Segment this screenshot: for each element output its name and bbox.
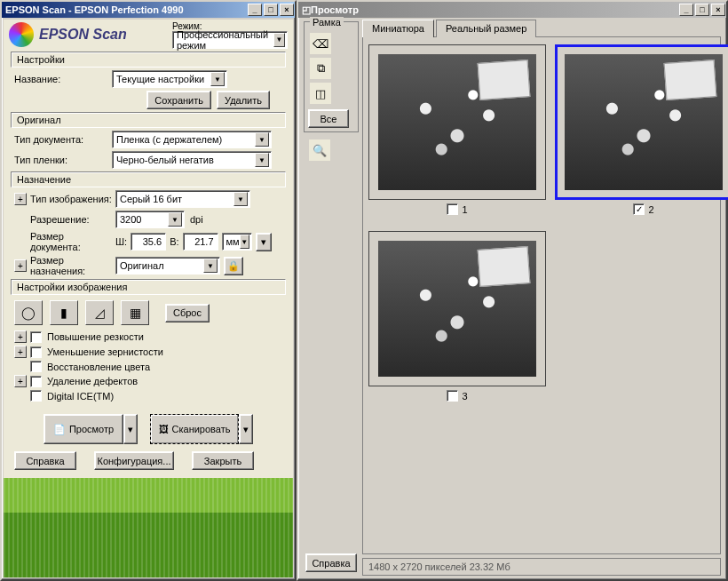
preview-title: Просмотр (311, 4, 359, 15)
doctype-select[interactable]: Пленка (с держателем)▼ (112, 131, 272, 148)
lock-ratio-button[interactable]: 🔒 (224, 257, 243, 275)
preview-dropdown-button[interactable]: ▾ (123, 414, 138, 444)
preview-help-button[interactable]: Справка (305, 553, 357, 572)
thumbnail-3[interactable]: 3 (368, 231, 546, 409)
thumbnail-2-checkbox[interactable]: ✓ (633, 203, 645, 215)
sharpen-label: Повышение резкости (47, 331, 144, 342)
expand-targetsize-button[interactable]: + (14, 259, 27, 272)
thumbnail-1[interactable]: 1 (368, 44, 546, 222)
image-settings-group: Настройки изображения (11, 279, 286, 295)
desktop-background (4, 478, 293, 577)
mode-select[interactable]: Профессиональный режим▼ (172, 31, 288, 49)
color-restore-checkbox[interactable] (30, 361, 42, 372)
thumbnail-2[interactable]: ✓2 (555, 44, 728, 222)
copy-frame-icon[interactable]: ⧉ (309, 57, 332, 80)
targetsize-label: Размер назначения: (30, 255, 115, 276)
frame-group-label: Рамка (310, 17, 344, 28)
doctype-label: Тип документа: (14, 134, 112, 145)
sharpen-checkbox[interactable] (30, 331, 42, 343)
frame-toolbox: Рамка ⌫ ⧉ ◫ Все (304, 21, 359, 132)
preview-minimize-button[interactable]: _ (679, 4, 693, 16)
grain-label: Уменьшение зернистости (47, 346, 163, 357)
settings-name-select[interactable]: Текущие настройки▼ (112, 70, 227, 88)
thumbnail-1-checkbox[interactable] (447, 203, 458, 215)
all-frames-button[interactable]: Все (308, 109, 349, 128)
thumbnail-image (565, 54, 723, 190)
resolution-select[interactable]: 3200▼ (115, 211, 185, 228)
reset-button[interactable]: Сброс (165, 304, 210, 322)
configuration-button[interactable]: Конфигурация... (94, 451, 174, 470)
chevron-down-icon: ▼ (273, 33, 285, 47)
epson-logo-icon (9, 22, 34, 47)
delete-frame-icon[interactable]: ⌫ (309, 32, 332, 55)
width-input[interactable]: 35.6 (131, 233, 166, 251)
dpi-label: dpi (190, 214, 203, 225)
close-app-button[interactable]: Закрыть (192, 451, 254, 470)
preview-titlebar: ◰ Просмотр _ □ × (298, 2, 726, 18)
title-text: EPSON Scan - EPSON Perfection 4990 (5, 4, 184, 15)
status-bar: 1480 x 2720 пикселей 23.32 Мб (362, 558, 721, 576)
histogram-icon[interactable]: ▮ (50, 300, 78, 325)
settings-group: Настройки (11, 52, 286, 68)
tab-realsize[interactable]: Реальный размер (436, 20, 536, 37)
close-window-button[interactable]: × (280, 4, 294, 16)
delete-button[interactable]: Удалить (217, 91, 270, 109)
scan-dropdown-button[interactable]: ▾ (239, 414, 253, 444)
targetsize-select[interactable]: Оригинал▼ (115, 257, 220, 275)
erase-frame-icon[interactable]: ◫ (309, 82, 332, 105)
filmtype-select[interactable]: Черно-белый негатив▼ (112, 151, 272, 169)
name-label: Название: (14, 74, 112, 84)
thumbnail-image (378, 54, 536, 190)
expand-sharpen-button[interactable]: + (14, 330, 27, 343)
thumbnail-3-checkbox[interactable] (447, 390, 458, 402)
titlebar: EPSON Scan - EPSON Perfection 4990 _ □ × (2, 2, 295, 18)
original-group: Оригинал (11, 112, 286, 128)
thumbnail-1-label: 1 (462, 204, 467, 215)
color-palette-icon[interactable]: ▦ (121, 300, 149, 325)
scan-button[interactable]: 🖼 Сканировать (150, 414, 239, 444)
resolution-label: Разрешение: (30, 214, 115, 225)
defect-checkbox[interactable] (30, 376, 42, 387)
preview-maximize-button[interactable]: □ (695, 4, 709, 16)
thumbnail-image (378, 241, 536, 377)
maximize-button[interactable]: □ (264, 4, 278, 16)
color-restore-label: Восстановление цвета (47, 362, 150, 372)
digital-ice-checkbox[interactable] (30, 390, 42, 402)
docsize-extra-button[interactable]: ▾ (256, 233, 272, 251)
destination-group: Назначение (11, 171, 286, 187)
defect-label: Удаление дефектов (47, 376, 138, 386)
epson-scan-window: EPSON Scan - EPSON Perfection 4990 _ □ ×… (0, 0, 297, 581)
help-button[interactable]: Справка (14, 451, 76, 470)
densitometer-icon[interactable]: 🔍 (308, 139, 331, 162)
height-input[interactable]: 21.7 (183, 233, 218, 251)
expand-defect-button[interactable]: + (14, 375, 27, 387)
logo-text: EPSON Scan (39, 27, 127, 43)
thumbnail-3-label: 3 (462, 391, 467, 402)
digital-ice-label: Digital ICE(TM) (47, 391, 114, 402)
tab-thumbnail[interactable]: Миниатюра (362, 20, 434, 37)
preview-close-button[interactable]: × (711, 4, 725, 16)
thumbnail-panel: 1 ✓2 3 (362, 37, 721, 554)
docsize-label: Размер документа: (30, 231, 115, 252)
thumbnail-2-label: 2 (648, 204, 653, 215)
grain-checkbox[interactable] (30, 346, 42, 358)
preview-window: ◰ Просмотр _ □ × Рамка ⌫ ⧉ ◫ Все 🔍 Справ… (297, 0, 728, 581)
tone-curve-icon[interactable]: ◿ (85, 300, 114, 325)
auto-exposure-icon[interactable]: ◯ (14, 300, 43, 325)
imagetype-label: Тип изображения: (30, 194, 115, 204)
unit-select[interactable]: мм▼ (222, 233, 252, 251)
imagetype-select[interactable]: Серый 16 бит▼ (115, 190, 250, 208)
minimize-button[interactable]: _ (248, 4, 262, 16)
filmtype-label: Тип пленки: (14, 155, 112, 165)
preview-button[interactable]: 📄 Просмотр (44, 414, 123, 444)
expand-grain-button[interactable]: + (14, 346, 27, 358)
expand-imagetype-button[interactable]: + (14, 193, 27, 205)
save-button[interactable]: Сохранить (146, 91, 211, 109)
